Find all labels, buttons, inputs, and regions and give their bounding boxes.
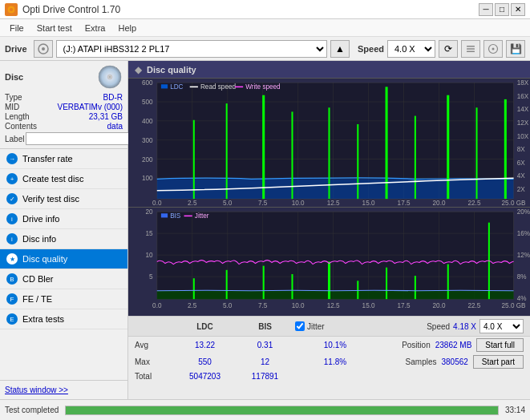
menu-extra[interactable]: Extra: [79, 22, 112, 34]
svg-text:17.5: 17.5: [398, 302, 411, 309]
label-input[interactable]: [26, 132, 132, 145]
maximize-button[interactable]: □: [495, 3, 509, 16]
svg-text:15: 15: [146, 231, 154, 238]
svg-text:20.0: 20.0: [433, 200, 446, 207]
upper-chart-svg: 600 500 400 300 200 100 18X 16X 14X 12X …: [128, 79, 530, 207]
svg-text:0.0: 0.0: [152, 200, 162, 207]
nav-item-disc-info[interactable]: i Disc info: [0, 229, 127, 249]
menu-file[interactable]: File: [3, 22, 30, 34]
disc-mid-row: MID VERBATIMv (000): [5, 103, 123, 111]
speed-select-stats[interactable]: 4.0 X: [479, 319, 524, 333]
nav-label-extra-tests: Extra tests: [22, 314, 64, 324]
nav-label-verify-test-disc: Verify test disc: [22, 194, 79, 204]
disc-quality-icon: ★: [6, 253, 18, 265]
svg-text:400: 400: [142, 118, 153, 125]
svg-text:0.0: 0.0: [152, 302, 162, 309]
disc-info-icon: i: [6, 233, 18, 244]
svg-text:200: 200: [142, 155, 153, 163]
nav-item-fe-te[interactable]: F FE / TE: [0, 289, 127, 309]
progress-bar: [65, 406, 499, 415]
svg-text:4X: 4X: [517, 172, 526, 180]
avg-bis: 0.31: [235, 341, 295, 349]
svg-text:12X: 12X: [517, 119, 529, 127]
drive-icon-button[interactable]: [34, 40, 53, 58]
content-area: ◆ Disc quality: [128, 61, 530, 399]
main-container: Disc: [0, 61, 530, 399]
contents-value: data: [107, 122, 123, 131]
disc-button[interactable]: [483, 40, 503, 58]
nav-item-transfer-rate[interactable]: → Transfer rate: [0, 149, 127, 169]
minimize-button[interactable]: ─: [479, 3, 493, 16]
nav-label-transfer-rate: Transfer rate: [22, 154, 73, 164]
nav-label-create-test-disc: Create test disc: [22, 174, 83, 184]
svg-text:7.5: 7.5: [258, 302, 268, 309]
svg-text:25.0 GB: 25.0 GB: [502, 302, 526, 309]
sidebar: Disc: [0, 61, 128, 399]
dq-panel-header: ◆ Disc quality: [128, 61, 530, 79]
dq-title: Disc quality: [147, 65, 196, 75]
start-part-button[interactable]: Start part: [473, 355, 524, 369]
drive-info-icon: i: [6, 213, 18, 224]
svg-text:10: 10: [146, 252, 154, 260]
length-value: 23,31 GB: [89, 112, 123, 121]
app-icon: [5, 3, 18, 16]
transfer-rate-icon: →: [6, 153, 18, 164]
svg-text:10.0: 10.0: [292, 200, 305, 207]
nav-label-drive-info: Drive info: [22, 214, 59, 224]
svg-text:12%: 12%: [517, 252, 530, 260]
svg-text:10X: 10X: [517, 132, 529, 139]
max-jitter: 11.8%: [295, 357, 375, 366]
jitter-label: Jitter: [307, 322, 325, 331]
svg-text:LDC: LDC: [170, 83, 183, 91]
nav-item-extra-tests[interactable]: E Extra tests: [0, 309, 127, 329]
svg-text:6X: 6X: [517, 160, 526, 167]
jitter-checkbox[interactable]: [295, 321, 305, 331]
nav-label-disc-info: Disc info: [22, 234, 56, 244]
speed-header-label: Speed: [427, 322, 450, 331]
jitter-header: Jitter: [295, 321, 375, 331]
menu-help[interactable]: Help: [111, 22, 143, 34]
status-window-link[interactable]: Status window >>: [5, 384, 123, 396]
label-label: Label: [5, 135, 24, 143]
close-button[interactable]: ✕: [511, 3, 525, 16]
svg-rect-4: [467, 46, 475, 47]
nav-item-disc-quality[interactable]: ★ Disc quality: [0, 249, 127, 269]
speed-select[interactable]: 4.0 X: [387, 40, 435, 58]
svg-text:15.0: 15.0: [362, 200, 375, 207]
verify-test-disc-icon: ✓: [6, 193, 18, 204]
menu-start-test[interactable]: Start test: [30, 22, 79, 34]
nav-item-verify-test-disc[interactable]: ✓ Verify test disc: [0, 189, 127, 209]
start-full-button[interactable]: Start full: [476, 338, 524, 352]
svg-point-3: [42, 47, 45, 50]
svg-text:Read speed: Read speed: [200, 83, 236, 91]
settings-button[interactable]: [461, 40, 480, 58]
extra-tests-icon: E: [6, 313, 18, 325]
nav-item-create-test-disc[interactable]: + Create test disc: [0, 169, 127, 189]
svg-text:600: 600: [142, 79, 153, 87]
svg-point-1: [10, 8, 13, 11]
refresh-button[interactable]: ⟳: [439, 40, 458, 58]
svg-text:20: 20: [146, 209, 154, 216]
disc-length-row: Length 23,31 GB: [5, 112, 123, 121]
nav-item-drive-info[interactable]: i Drive info: [0, 209, 127, 229]
svg-text:20.0: 20.0: [433, 302, 446, 309]
app-title: Opti Drive Control 1.70: [22, 4, 120, 15]
drive-select[interactable]: (J:) ATAPI iHBS312 2 PL17: [56, 40, 327, 58]
progress-fill: [66, 406, 498, 414]
mid-value: VERBATIMv (000): [58, 103, 123, 111]
nav-item-cd-bler[interactable]: B CD Bler: [0, 269, 127, 289]
svg-rect-75: [157, 212, 514, 300]
disc-panel: Disc: [0, 61, 127, 149]
svg-text:5.0: 5.0: [223, 200, 233, 207]
eject-button[interactable]: ▲: [330, 40, 350, 58]
total-row: Total 5047203 117891: [128, 370, 530, 382]
save-button[interactable]: 💾: [506, 40, 525, 58]
svg-text:15.0: 15.0: [362, 302, 375, 309]
length-label: Length: [5, 112, 30, 121]
svg-text:12.5: 12.5: [327, 200, 340, 207]
svg-text:22.5: 22.5: [468, 200, 481, 207]
lower-chart: 20 15 10 5 20% 16% 12% 8% 4% 0.0 2.5 5.0: [128, 208, 530, 316]
svg-text:300: 300: [142, 137, 153, 144]
svg-text:2.5: 2.5: [188, 302, 197, 309]
disc-info-table: Type BD-R MID VERBATIMv (000) Length 23,…: [5, 93, 123, 145]
